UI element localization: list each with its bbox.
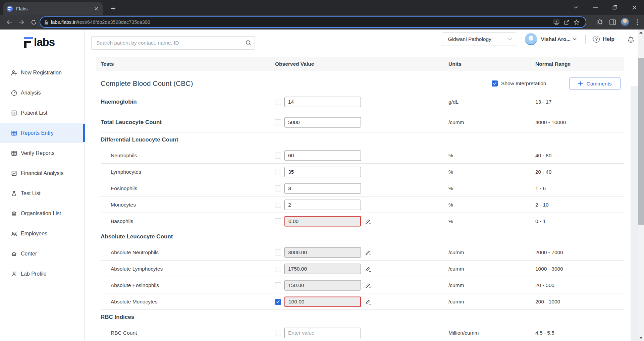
edit-value-button[interactable] (364, 282, 372, 289)
panel-section-header: Complete Blood Count (CBC) Show Interpre… (96, 75, 624, 92)
edit-pencil-icon (365, 218, 371, 225)
test-name-label: Eosinophils (111, 185, 137, 191)
abnormal-flag-checkbox[interactable] (275, 202, 281, 208)
user-avatar[interactable] (525, 33, 537, 45)
app-window: labs New RegistrationAnalysisPatient Lis… (0, 30, 644, 341)
normal-range-value: 13 - 17 (535, 99, 551, 105)
abnormal-flag-checkbox[interactable] (275, 249, 281, 255)
observed-value-input[interactable] (284, 167, 361, 177)
sidebar-item-reports-entry[interactable]: Reports Entry (0, 123, 85, 143)
abnormal-flag-checkbox[interactable] (275, 119, 281, 125)
scroll-up-arrow-icon[interactable] (639, 32, 643, 34)
url-host: labs.flabs.in (51, 19, 77, 25)
abnormal-flag-checkbox[interactable] (275, 266, 281, 272)
window-close-icon[interactable] (625, 0, 644, 15)
abnormal-flag-checkbox[interactable] (275, 218, 281, 224)
person-icon (11, 271, 17, 277)
sidebar-item-new-registration[interactable]: New Registration (0, 63, 85, 83)
new-tab-button[interactable] (109, 4, 117, 13)
edit-value-button[interactable] (364, 298, 372, 305)
edit-value-button[interactable] (364, 218, 372, 225)
sidebar-item-financial-analysis[interactable]: Financial Analysis (0, 163, 85, 183)
normal-range-value: 200 - 1000 (535, 299, 560, 305)
edit-value-button[interactable] (364, 249, 372, 256)
sidebar-item-verify-reports[interactable]: Verify Reports (0, 143, 85, 163)
normal-range-value: 1 - 6 (535, 185, 546, 191)
comments-button-label: Comments (587, 80, 612, 87)
refresh-icon[interactable] (29, 17, 38, 27)
lock-icon (44, 20, 48, 25)
window-menu-chevron-icon[interactable] (566, 0, 586, 15)
sidebar-item-employees[interactable]: Employees (0, 224, 85, 244)
window-restore-icon[interactable] (605, 0, 625, 15)
sidebar-item-analysis[interactable]: Analysis (0, 83, 85, 103)
comments-button[interactable]: Comments (569, 77, 621, 90)
browser-profile-avatar[interactable] (621, 18, 629, 26)
abnormal-flag-checkbox[interactable] (275, 99, 281, 105)
units-value: Million/cumm (448, 330, 479, 336)
user-menu-chevron-icon[interactable] (573, 38, 577, 40)
content-scrollbar-track[interactable] (631, 86, 638, 341)
abnormal-flag-checkbox[interactable] (275, 299, 281, 305)
column-header-normal-range: Normal Range (535, 61, 571, 67)
browser-menu-kebab-icon[interactable] (633, 17, 642, 27)
search-button[interactable] (242, 37, 255, 49)
observed-value-input[interactable] (284, 216, 361, 226)
abnormal-flag-checkbox[interactable] (275, 153, 281, 159)
abnormal-flag-checkbox[interactable] (275, 185, 281, 191)
units-value: /cumm (448, 282, 464, 288)
sidebar-item-label: Reports Entry (21, 130, 54, 136)
organisation-selected-value: Gidwani Pathology (448, 36, 507, 42)
url-bar[interactable]: labs.flabs.in/test/646fdb2de3528dac735ca… (40, 16, 586, 28)
install-app-icon[interactable] (551, 17, 561, 27)
organisation-select[interactable]: Gidwani Pathology (442, 33, 516, 46)
abnormal-flag-checkbox[interactable] (275, 330, 281, 336)
sidebar-item-test-list[interactable]: Test List (0, 183, 85, 204)
bookmark-star-icon[interactable] (572, 17, 582, 27)
units-value: % (448, 202, 453, 208)
extensions-puzzle-icon[interactable] (595, 17, 604, 27)
side-panel-icon[interactable] (608, 17, 617, 27)
observed-value-input[interactable] (284, 183, 361, 193)
observed-value-input[interactable] (284, 264, 361, 274)
units-value: % (448, 169, 453, 175)
group-header-row: RBC Indices (96, 310, 624, 325)
observed-value-input[interactable] (284, 200, 361, 210)
browser-tab[interactable]: Flabs (3, 2, 103, 15)
notifications-bell-icon[interactable] (627, 35, 635, 43)
sidebar-item-lab-profile[interactable]: Lab Profile (0, 264, 85, 284)
results-table: Tests Observed Value Units Normal Range … (96, 57, 624, 341)
observed-value-input[interactable] (284, 150, 361, 161)
page-scrollbar-thumb[interactable] (638, 58, 644, 225)
observed-value-input[interactable] (284, 117, 361, 127)
sidebar-item-organisation-list[interactable]: Organisation List (0, 204, 85, 224)
table-grid-icon (11, 130, 17, 136)
sidebar-item-center[interactable]: Center (0, 244, 85, 264)
observed-value-input[interactable] (284, 328, 361, 338)
bank-icon (11, 210, 17, 217)
sidebar-nav: New RegistrationAnalysisPatient ListRepo… (0, 63, 85, 284)
column-header-units: Units (448, 61, 462, 67)
normal-range-value: 4000 - 10000 (535, 119, 566, 125)
help-button[interactable]: Help (593, 36, 614, 43)
observed-value-input[interactable] (284, 296, 361, 307)
abnormal-flag-checkbox[interactable] (275, 282, 281, 288)
back-icon[interactable] (5, 17, 14, 27)
sidebar-item-label: Lab Profile (21, 271, 47, 277)
page-scrollbar[interactable] (638, 30, 644, 341)
edit-value-button[interactable] (364, 265, 372, 273)
show-interpretation-checkbox[interactable] (492, 80, 498, 87)
browser-toolbar: labs.flabs.in/test/646fdb2de3528dac735ca… (0, 15, 644, 30)
abnormal-flag-checkbox[interactable] (275, 169, 281, 175)
forward-icon[interactable] (17, 17, 26, 27)
scroll-down-arrow-icon[interactable] (639, 337, 643, 339)
observed-value-input[interactable] (284, 280, 361, 290)
observed-value-input[interactable] (284, 247, 361, 258)
patient-search-input[interactable] (92, 37, 242, 49)
tab-close-icon[interactable] (93, 6, 99, 12)
sidebar-item-patient-list[interactable]: Patient List (0, 103, 85, 123)
window-minimize-icon[interactable] (586, 0, 605, 15)
user-name[interactable]: Vishal Aro... (541, 36, 571, 42)
observed-value-input[interactable] (284, 97, 361, 107)
share-icon[interactable] (561, 17, 572, 27)
